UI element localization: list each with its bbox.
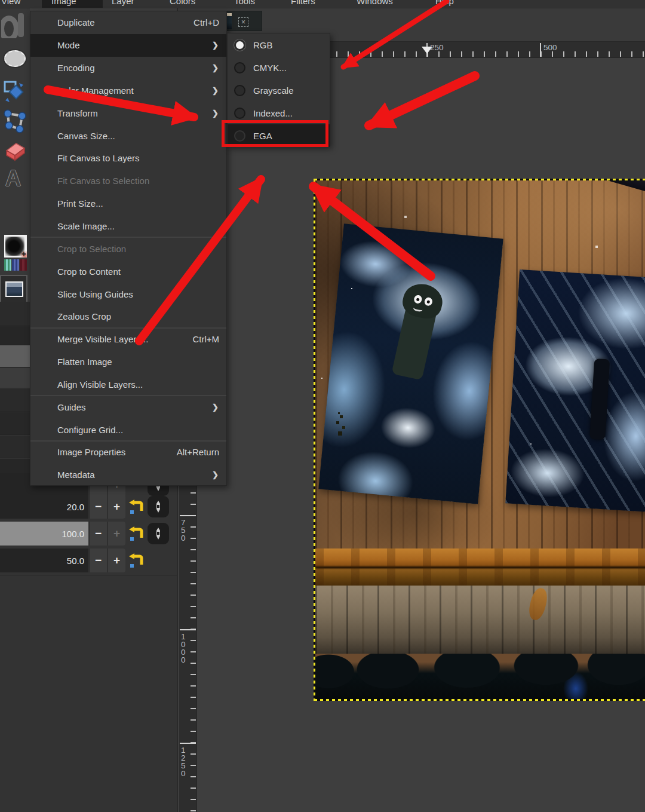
photo-poster-detail xyxy=(589,358,610,440)
stylus-link-button[interactable] xyxy=(148,523,169,544)
annotation-arrow xyxy=(369,76,475,125)
menubar-item-colors[interactable]: Colors xyxy=(170,0,195,6)
menu-item-crop-to-selection: Crop to Selection xyxy=(30,237,226,260)
ruler-major-tick xyxy=(180,629,196,630)
unified-transform-icon[interactable] xyxy=(3,80,27,105)
menu-item-guides[interactable]: Guides ❯ xyxy=(30,396,226,418)
menubar-item-help[interactable]: Help xyxy=(435,0,454,6)
canvas-image[interactable] xyxy=(315,180,645,700)
increment-button[interactable]: + xyxy=(108,549,125,572)
chevron-right-icon: ❯ xyxy=(212,403,219,412)
menu-item-metadata[interactable]: Metadata ❯ xyxy=(30,464,226,486)
slider-bar[interactable]: 50.0 xyxy=(0,549,88,572)
slider-value: 20.0 xyxy=(67,502,84,512)
ellipse-select-icon[interactable] xyxy=(4,50,26,67)
increment-button[interactable]: + xyxy=(108,522,125,546)
decrement-button[interactable]: − xyxy=(89,549,107,572)
menubar-item-tools[interactable]: Tools xyxy=(234,0,255,6)
chevron-right-icon: ❯ xyxy=(212,109,219,118)
menubar-item-layer[interactable]: Layer xyxy=(112,0,134,6)
stylus-icon xyxy=(154,527,162,540)
radio-icon xyxy=(234,85,245,96)
shortcut-label: Ctrl+D xyxy=(194,17,219,27)
ruler-major-tick xyxy=(180,743,196,744)
menu-item-encoding[interactable]: Encoding ❯ xyxy=(30,57,226,79)
slider-bar[interactable]: 100.0 xyxy=(0,522,88,546)
photo-wood-rail xyxy=(315,549,645,586)
shortcut-label: Alt+Return xyxy=(177,447,219,457)
ruler-label: 500 xyxy=(543,43,557,52)
increment-button[interactable]: + xyxy=(108,495,125,519)
ruler-label: 750 xyxy=(181,519,189,542)
menu-item-fit-canvas-to-selection: Fit Canvas to Selection xyxy=(30,170,226,192)
photo-wall-marks xyxy=(338,412,340,414)
menubar: View Image Layer Colors Tools Filters Wi… xyxy=(0,0,645,8)
submenu-item-cmyk[interactable]: CMYK... xyxy=(228,56,330,79)
menubar-item-image[interactable]: Image xyxy=(51,0,76,6)
menu-item-transform[interactable]: Transform ❯ xyxy=(30,102,226,124)
toolbox: A + xyxy=(0,8,30,302)
menu-item-slice-using-guides[interactable]: Slice Using Guides xyxy=(30,283,226,305)
menu-item-configure-grid[interactable]: Configure Grid... xyxy=(30,418,226,441)
menu-item-print-size[interactable]: Print Size... xyxy=(30,192,226,215)
menu-item-mode[interactable]: Mode ❯ xyxy=(30,34,226,57)
menu-separator xyxy=(30,237,226,238)
tool-option-spinner: 50.0 − + xyxy=(0,549,177,572)
menubar-item-filters[interactable]: Filters xyxy=(291,0,315,6)
radio-icon xyxy=(234,108,245,119)
photo-right-poster xyxy=(505,269,645,512)
photo-dust-specks xyxy=(351,288,352,289)
menu-item-fit-canvas-to-layers[interactable]: Fit Canvas to Layers xyxy=(30,147,226,170)
chevron-right-icon: ❯ xyxy=(212,86,219,95)
photo-lower-wall xyxy=(315,586,645,654)
smudge-tool-icon[interactable] xyxy=(1,11,26,38)
menubar-item-view[interactable]: View xyxy=(1,0,20,6)
menu-item-image-properties[interactable]: Image Properties Alt+Return xyxy=(30,441,226,464)
cage-transform-icon[interactable] xyxy=(3,109,27,134)
menu-item-crop-to-content[interactable]: Crop to Content xyxy=(30,260,226,283)
stylus-link-button[interactable] xyxy=(148,496,169,517)
layer-boundary-left xyxy=(314,179,315,701)
decrement-button[interactable]: − xyxy=(89,495,107,519)
slider-bar[interactable]: 20.0 xyxy=(0,495,88,519)
divider xyxy=(0,575,177,575)
chevron-right-icon: ❯ xyxy=(212,63,219,72)
reset-icon[interactable] xyxy=(128,499,145,515)
chevron-right-icon: ❯ xyxy=(212,470,219,479)
layer-boundary-top xyxy=(314,179,645,180)
submenu-item-grayscale[interactable]: Grayscale xyxy=(228,79,330,102)
tool-option-spinner: 20.0 − + xyxy=(0,495,177,519)
menu-separator xyxy=(30,395,226,396)
close-icon[interactable]: × xyxy=(238,17,248,27)
menu-item-duplicate[interactable]: Duplicate Ctrl+D xyxy=(30,11,226,34)
submenu-item-rgb[interactable]: RGB xyxy=(228,33,330,56)
reset-icon[interactable] xyxy=(128,526,145,542)
image-tab[interactable]: × xyxy=(224,11,262,31)
radio-selected-icon xyxy=(234,39,245,51)
photo-gumby-figure xyxy=(391,286,441,381)
menu-item-zealous-crop[interactable]: Zealous Crop xyxy=(30,305,226,328)
decrement-button[interactable]: − xyxy=(89,522,107,546)
text-tool-icon[interactable]: A xyxy=(5,166,21,191)
gradient-previews[interactable] xyxy=(4,259,27,271)
reset-icon[interactable] xyxy=(128,553,145,569)
brush-preview[interactable]: + xyxy=(4,235,27,258)
menu-item-color-management[interactable]: Color Management ❯ xyxy=(30,79,226,102)
tool-option-spinner: 100.0 − + xyxy=(0,522,177,546)
menubar-item-windows[interactable]: Windows xyxy=(357,0,393,6)
photo-seats xyxy=(315,654,645,700)
ruler-major-tick xyxy=(540,43,541,57)
image-menu: Duplicate Ctrl+D Mode ❯ Encoding ❯ Color… xyxy=(30,11,227,486)
menu-item-merge-visible-layers[interactable]: Merge Visible Layers... Ctrl+M xyxy=(30,328,226,351)
shortcut-label: Ctrl+M xyxy=(192,334,219,344)
ruler-label: 1000 xyxy=(181,633,189,664)
eraser-icon[interactable] xyxy=(3,140,27,165)
menu-item-scale-image[interactable]: Scale Image... xyxy=(30,215,226,238)
annotation-highlight-box xyxy=(222,120,328,147)
menu-separator xyxy=(30,440,226,442)
menu-item-canvas-size[interactable]: Canvas Size... xyxy=(30,124,226,147)
menu-item-align-visible-layers[interactable]: Align Visible Layers... xyxy=(30,373,226,396)
menu-item-flatten-image[interactable]: Flatten Image xyxy=(30,351,226,373)
photo-wood-knot xyxy=(527,587,549,622)
layer-boundary-bottom xyxy=(314,699,645,701)
